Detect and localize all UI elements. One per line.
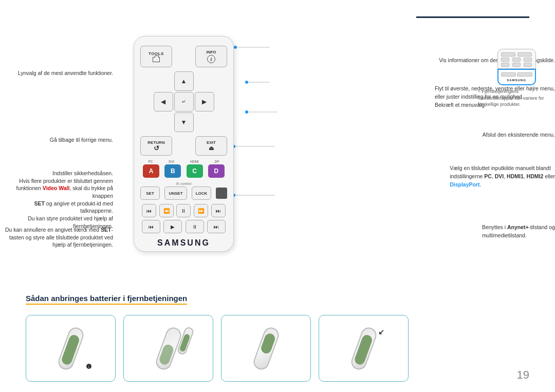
- button-a[interactable]: A: [143, 164, 159, 178]
- battery-slot-3-wrapper: [240, 325, 292, 371]
- annotation-input: Vælg en tilsluttet inputkilde manuelt bl…: [450, 164, 555, 189]
- sr-row1: [501, 52, 533, 57]
- btn-a-label: A: [149, 168, 154, 174]
- return-button[interactable]: RETURN ↺: [140, 136, 172, 156]
- battery-slot-1-wrapper: ↓: [48, 325, 94, 371]
- exit-label: EXIT: [207, 140, 216, 145]
- btn-c-label: C: [192, 168, 197, 174]
- prev-button[interactable]: ⏮: [142, 220, 160, 233]
- nav-right-button[interactable]: ▶: [195, 92, 214, 111]
- set-button[interactable]: SET: [140, 186, 160, 200]
- info-icon: i: [207, 55, 215, 63]
- top-decorative-line: [416, 16, 529, 18]
- samsung-logo: SAMSUNG: [157, 238, 210, 248]
- battery-slot-3: [251, 325, 281, 371]
- small-remote-highlight: SAMSUNG: [497, 69, 536, 85]
- annotation-set-line1: Indstiller sikkerhedsåsen.: [52, 170, 113, 176]
- battery-images-row: ↓: [26, 315, 529, 382]
- page: Lynvalg af de mest anvendte funktioner. …: [0, 0, 555, 392]
- arrow-indicator-1: ↓: [86, 364, 91, 369]
- battery-illus-2: [133, 323, 205, 374]
- annotation-return-text: Gå tilbage til forrige menu.: [50, 137, 113, 143]
- button-c[interactable]: C: [187, 164, 203, 178]
- small-remote-top: [497, 49, 536, 69]
- rewind-button[interactable]: ⏪: [159, 204, 174, 217]
- annotation-exit: Afslut den eksisterende menu.: [483, 131, 555, 139]
- sr-btn-2: [517, 52, 532, 57]
- annotation-set-line3: funktionen Video Wall, skal du trykke på…: [16, 185, 113, 199]
- next-button[interactable]: ⏭: [207, 220, 226, 233]
- sr-btn-8: [524, 63, 532, 67]
- sr-row3: [501, 63, 533, 67]
- small-remote-illustration: SAMSUNG – Fjernbetjeningens funktionskna…: [478, 49, 555, 108]
- play-button[interactable]: ▶: [163, 220, 182, 233]
- annotation-set-line5: Du kan styre produktet ved hjælp af: [28, 215, 113, 221]
- annotation-set-line4: SET og angive et produkt-id med talknapp…: [34, 200, 113, 214]
- square-button[interactable]: [216, 188, 227, 199]
- sr-samsung-text: SAMSUNG: [507, 79, 526, 82]
- nav-empty-tr: [195, 71, 214, 91]
- button-d[interactable]: D: [208, 164, 225, 178]
- battery-slot-2-wrapper: [143, 325, 194, 371]
- play-row: ⏮ ▶ ⏸ ⏭: [140, 220, 227, 233]
- info-button[interactable]: INFO i: [195, 46, 227, 67]
- sr-btn-1: [501, 52, 515, 57]
- media-top-row: ⏮ ⏪ ⏸ ⏩ ⏭: [140, 204, 227, 217]
- annotation-annul-line2: tasten og styre alle tilsluttede produkt…: [9, 234, 113, 240]
- dp-label: DP: [214, 160, 219, 163]
- battery-title: Sådan anbringes batterier i fjernbetjeni…: [26, 294, 187, 305]
- page-number: 19: [517, 368, 529, 382]
- sr-hl-btn-1: [501, 72, 516, 77]
- battery-fill-3: [260, 332, 276, 354]
- remote-top-row: TOOLS INFO i: [140, 46, 227, 67]
- sr-hl-samsung: SAMSUNG: [501, 78, 532, 82]
- pause-button[interactable]: ⏸: [176, 204, 191, 217]
- nav-empty-br: [195, 113, 214, 132]
- next-track-button[interactable]: ⏭: [211, 204, 226, 217]
- lock-button[interactable]: LOCK: [192, 186, 211, 200]
- note-text: Fjernbetjeningens funktionsknapper kan v…: [478, 89, 544, 107]
- remote-section: Lynvalg af de mest anvendte funktioner. …: [0, 26, 555, 247]
- prev-track-button[interactable]: ⏮: [142, 204, 156, 217]
- annotation-tools-text: Lynvalg af de mest anvendte funktioner.: [18, 70, 113, 76]
- battery-illus-1: ↓: [35, 323, 107, 374]
- sr-btn-7: [512, 63, 521, 67]
- battery-illus-4: ↙: [328, 323, 400, 374]
- battery-section: Sådan anbringes batterier i fjernbetjeni…: [26, 294, 529, 382]
- battery-slot-4: [349, 325, 378, 371]
- tools-button[interactable]: TOOLS: [140, 46, 172, 67]
- nav-down-button[interactable]: ▼: [174, 113, 194, 132]
- annotation-tools: Lynvalg af de mest anvendte funktioner.: [0, 69, 113, 77]
- arrow-indicator-4: ↙: [378, 328, 384, 336]
- exit-icon: ⏏: [209, 145, 214, 152]
- nav-empty-tl: [154, 71, 173, 91]
- fast-forward-button[interactable]: ⏩: [194, 204, 208, 217]
- nav-left-button[interactable]: ◀: [154, 92, 173, 111]
- btn-b-label: B: [171, 168, 175, 174]
- small-remote-note: – Fjernbetjeningens funktionsknapper kan…: [478, 88, 555, 108]
- btn-d-label: D: [214, 168, 219, 174]
- ir-control-label: IK control: [176, 182, 192, 185]
- sr-btn-5: [524, 58, 532, 62]
- unset-button[interactable]: UNSET: [164, 186, 187, 200]
- button-b[interactable]: B: [164, 164, 181, 178]
- color-buttons-row: A B C D: [140, 164, 227, 178]
- battery-image-1: ↓: [26, 315, 116, 382]
- set-unset-lock-row: SET UNSET LOCK: [140, 186, 227, 200]
- pause2-button[interactable]: ⏸: [186, 220, 204, 233]
- battery-slot-1: [56, 325, 85, 371]
- annotation-anynet: Benyttes i Anynet+-tilstand og multimedi…: [482, 223, 555, 240]
- tools-icon: [153, 57, 160, 62]
- hdmi-label: HDMI: [190, 160, 199, 163]
- annotation-annul-line3: hjælp af fjernbetjeningen.: [52, 241, 113, 248]
- sr-btn-3: [501, 58, 509, 62]
- note-dash: –: [478, 89, 480, 94]
- nav-enter-button[interactable]: ↵: [174, 92, 194, 111]
- return-icon: ↺: [154, 145, 159, 152]
- battery-image-4: ↙: [319, 315, 409, 382]
- annotation-set-line2: Hvis flere produkter er tilsluttet genne…: [19, 178, 113, 184]
- annotation-annul-line1: Du kan annullere en angivet værdi med SE…: [5, 227, 113, 233]
- exit-button[interactable]: EXIT ⏏: [195, 136, 227, 156]
- battery-slot-4-wrapper: ↙: [341, 325, 387, 371]
- nav-up-button[interactable]: ▲: [174, 71, 194, 91]
